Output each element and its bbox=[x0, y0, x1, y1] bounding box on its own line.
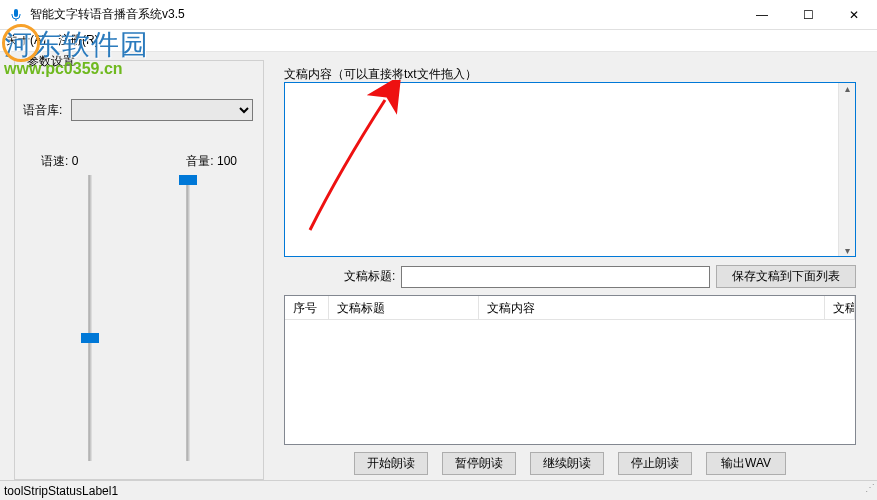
settings-group-title: 参数设置 bbox=[23, 53, 79, 70]
resume-read-button[interactable]: 继续朗读 bbox=[530, 452, 604, 475]
scroll-down-icon[interactable]: ▾ bbox=[845, 245, 850, 256]
start-read-button[interactable]: 开始朗读 bbox=[354, 452, 428, 475]
menu-about[interactable]: 关于(A) bbox=[6, 32, 46, 49]
svg-rect-0 bbox=[14, 9, 18, 17]
volume-slider[interactable] bbox=[174, 171, 202, 465]
status-label: toolStripStatusLabel1 bbox=[4, 484, 118, 498]
col-content[interactable]: 文稿内容 bbox=[479, 296, 825, 319]
col-seq[interactable]: 序号 bbox=[285, 296, 329, 319]
menu-bar: 关于(A) 注册(R) bbox=[0, 30, 877, 52]
export-wav-button[interactable]: 输出WAV bbox=[706, 452, 786, 475]
scroll-up-icon[interactable]: ▴ bbox=[845, 83, 850, 94]
menu-register[interactable]: 注册(R) bbox=[58, 32, 99, 49]
title-bar: 智能文字转语音播音系统v3.5 — ☐ ✕ bbox=[0, 0, 877, 30]
window-title: 智能文字转语音播音系统v3.5 bbox=[30, 6, 739, 23]
close-button[interactable]: ✕ bbox=[831, 0, 877, 30]
volume-label: 音量: 100 bbox=[186, 153, 237, 170]
app-icon bbox=[8, 7, 24, 23]
document-list[interactable]: 序号 文稿标题 文稿内容 文稿 bbox=[284, 295, 856, 445]
voice-library-label: 语音库: bbox=[23, 102, 71, 119]
pause-read-button[interactable]: 暂停朗读 bbox=[442, 452, 516, 475]
voice-library-select[interactable] bbox=[71, 99, 253, 121]
speed-value: 0 bbox=[72, 154, 79, 168]
speed-label: 语速: 0 bbox=[41, 153, 78, 170]
col-last[interactable]: 文稿 bbox=[825, 296, 855, 319]
status-bar: toolStripStatusLabel1 ⋰ bbox=[0, 480, 877, 500]
maximize-button[interactable]: ☐ bbox=[785, 0, 831, 30]
speed-slider[interactable] bbox=[76, 171, 104, 465]
volume-value: 100 bbox=[217, 154, 237, 168]
settings-group: 参数设置 语音库: 语速: 0 音量: 100 bbox=[14, 60, 264, 480]
sliders bbox=[41, 171, 237, 465]
save-to-list-button[interactable]: 保存文稿到下面列表 bbox=[716, 265, 856, 288]
content-textarea[interactable]: ▴ ▾ bbox=[284, 82, 856, 257]
playback-buttons: 开始朗读 暂停朗读 继续朗读 停止朗读 输出WAV bbox=[284, 452, 856, 475]
minimize-button[interactable]: — bbox=[739, 0, 785, 30]
content-scrollbar[interactable]: ▴ ▾ bbox=[838, 83, 855, 256]
content-label: 文稿内容（可以直接将txt文件拖入） bbox=[284, 66, 477, 83]
resize-grip[interactable]: ⋰ bbox=[861, 484, 875, 498]
window-controls: — ☐ ✕ bbox=[739, 0, 877, 30]
doc-title-row: 文稿标题: 保存文稿到下面列表 bbox=[284, 265, 856, 288]
doc-title-input[interactable] bbox=[401, 266, 710, 288]
slider-labels: 语速: 0 音量: 100 bbox=[41, 153, 237, 170]
voice-library-row: 语音库: bbox=[23, 99, 253, 121]
list-header: 序号 文稿标题 文稿内容 文稿 bbox=[285, 296, 855, 320]
doc-title-label: 文稿标题: bbox=[344, 268, 395, 285]
stop-read-button[interactable]: 停止朗读 bbox=[618, 452, 692, 475]
col-title[interactable]: 文稿标题 bbox=[329, 296, 479, 319]
client-area: 参数设置 语音库: 语速: 0 音量: 100 文稿内容（可以直接将txt bbox=[0, 52, 877, 480]
